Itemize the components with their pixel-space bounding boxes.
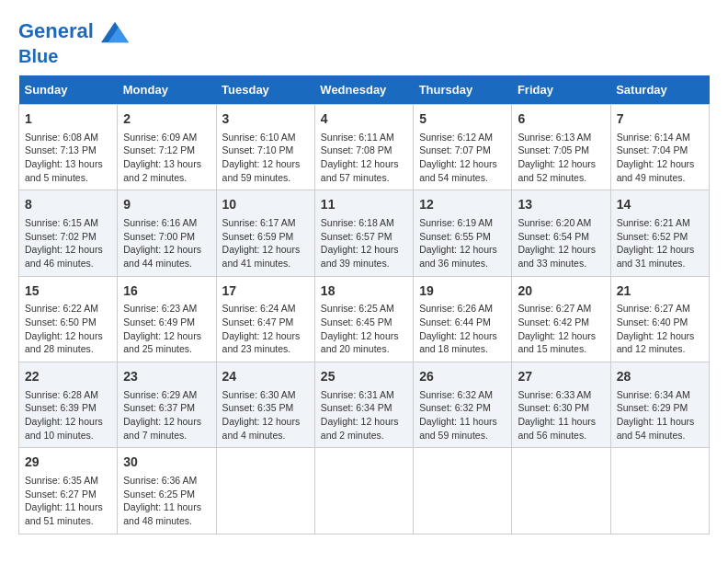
week-row-2: 8Sunrise: 6:15 AMSunset: 7:02 PMDaylight… [19, 190, 710, 276]
day-info: Sunset: 6:50 PM [25, 316, 111, 329]
day-info: Daylight: 12 hours [617, 243, 703, 257]
day-info: Daylight: 12 hours [222, 415, 309, 429]
logo-text: General [18, 18, 129, 46]
day-number: 22 [25, 368, 111, 386]
day-info: Sunset: 6:25 PM [123, 488, 210, 501]
day-info: and 51 minutes. [25, 514, 111, 528]
day-number: 7 [617, 110, 703, 129]
day-info: and 31 minutes. [617, 257, 703, 270]
day-info: Daylight: 12 hours [321, 157, 407, 171]
day-info: Daylight: 12 hours [222, 157, 309, 171]
day-info: Sunset: 6:42 PM [518, 316, 604, 329]
day-info: Sunrise: 6:23 AM [123, 302, 210, 316]
day-info: Sunset: 6:30 PM [518, 401, 604, 415]
day-info: Daylight: 12 hours [123, 329, 210, 343]
calendar-cell: 2Sunrise: 6:09 AMSunset: 7:12 PMDaylight… [118, 105, 216, 190]
day-info: Daylight: 12 hours [617, 329, 703, 343]
day-info: Daylight: 12 hours [222, 243, 309, 257]
col-header-saturday: Saturday [610, 75, 709, 105]
col-header-friday: Friday [512, 75, 610, 105]
day-info: Sunrise: 6:27 AM [617, 302, 703, 316]
day-info: Daylight: 12 hours [419, 329, 506, 343]
day-info: Sunrise: 6:28 AM [25, 388, 111, 402]
day-info: Sunset: 7:00 PM [123, 230, 210, 244]
calendar-cell: 14Sunrise: 6:21 AMSunset: 6:52 PMDayligh… [610, 190, 709, 276]
day-info: Sunrise: 6:30 AM [222, 388, 309, 402]
day-info: Sunrise: 6:35 AM [25, 474, 111, 488]
day-number: 3 [222, 110, 309, 129]
day-info: Sunrise: 6:21 AM [617, 216, 703, 230]
day-info: Sunrise: 6:25 AM [321, 302, 407, 316]
day-number: 15 [25, 282, 111, 301]
day-info: Sunset: 6:55 PM [419, 230, 506, 244]
day-info: and 12 minutes. [617, 342, 703, 356]
day-info: Sunrise: 6:31 AM [321, 388, 407, 402]
day-number: 6 [518, 110, 604, 129]
week-row-1: 1Sunrise: 6:08 AMSunset: 7:13 PMDaylight… [19, 105, 710, 190]
day-info: Daylight: 12 hours [321, 329, 407, 343]
day-number: 12 [419, 196, 506, 214]
day-info: Sunset: 6:39 PM [25, 401, 111, 415]
day-number: 16 [123, 282, 210, 301]
col-header-monday: Monday [118, 75, 216, 105]
logo: General Blue [18, 18, 129, 66]
col-header-sunday: Sunday [19, 75, 118, 105]
day-number: 13 [518, 196, 604, 214]
day-info: and 4 minutes. [222, 429, 309, 442]
day-info: Sunrise: 6:26 AM [419, 302, 506, 316]
day-info: Sunset: 6:32 PM [419, 401, 506, 415]
day-info: Sunset: 7:10 PM [222, 144, 309, 157]
day-info: Sunrise: 6:29 AM [123, 388, 210, 402]
day-info: and 33 minutes. [518, 257, 604, 270]
calendar-cell [610, 448, 709, 534]
day-info: and 59 minutes. [419, 429, 506, 442]
day-info: Sunrise: 6:18 AM [321, 216, 407, 230]
day-info: and 2 minutes. [321, 429, 407, 442]
day-info: Daylight: 12 hours [25, 415, 111, 429]
day-info: and 46 minutes. [25, 257, 111, 270]
calendar-cell: 9Sunrise: 6:16 AMSunset: 7:00 PMDaylight… [118, 190, 216, 276]
day-info: Sunrise: 6:16 AM [123, 216, 210, 230]
day-info: Daylight: 11 hours [617, 415, 703, 429]
day-number: 23 [123, 368, 210, 386]
calendar-cell: 26Sunrise: 6:32 AMSunset: 6:32 PMDayligh… [414, 362, 512, 448]
day-number: 14 [617, 196, 703, 214]
day-info: Sunrise: 6:11 AM [321, 131, 407, 144]
day-info: and 36 minutes. [419, 257, 506, 270]
calendar-cell: 23Sunrise: 6:29 AMSunset: 6:37 PMDayligh… [118, 362, 216, 448]
day-number: 30 [123, 454, 210, 472]
calendar-cell: 24Sunrise: 6:30 AMSunset: 6:35 PMDayligh… [216, 362, 314, 448]
day-number: 28 [617, 368, 703, 386]
day-info: Sunrise: 6:22 AM [25, 302, 111, 316]
day-info: Sunrise: 6:24 AM [222, 302, 309, 316]
header: General Blue [18, 18, 710, 66]
day-number: 26 [419, 368, 506, 386]
day-info: and 57 minutes. [321, 171, 407, 185]
day-info: and 49 minutes. [617, 171, 703, 185]
day-info: Daylight: 12 hours [419, 157, 506, 171]
day-info: Sunset: 6:29 PM [617, 401, 703, 415]
day-info: Sunset: 7:02 PM [25, 230, 111, 244]
calendar-cell: 25Sunrise: 6:31 AMSunset: 6:34 PMDayligh… [314, 362, 413, 448]
day-number: 11 [321, 196, 407, 214]
day-number: 1 [25, 110, 111, 129]
day-number: 25 [321, 368, 407, 386]
day-info: Sunrise: 6:10 AM [222, 131, 309, 144]
day-info: Daylight: 12 hours [321, 415, 407, 429]
day-number: 10 [222, 196, 309, 214]
day-info: Daylight: 12 hours [518, 157, 604, 171]
day-info: Daylight: 12 hours [25, 243, 111, 257]
day-info: Sunset: 6:54 PM [518, 230, 604, 244]
calendar-cell: 30Sunrise: 6:36 AMSunset: 6:25 PMDayligh… [118, 448, 216, 534]
day-info: Sunset: 6:35 PM [222, 401, 309, 415]
day-info: and 7 minutes. [123, 429, 210, 442]
day-number: 29 [25, 454, 111, 472]
day-info: Sunset: 6:27 PM [25, 488, 111, 501]
day-number: 18 [321, 282, 407, 301]
day-info: Sunset: 6:34 PM [321, 401, 407, 415]
day-info: Sunset: 6:47 PM [222, 316, 309, 329]
day-info: Daylight: 12 hours [25, 329, 111, 343]
day-info: Daylight: 11 hours [518, 415, 604, 429]
day-info: Sunrise: 6:08 AM [25, 131, 111, 144]
day-number: 4 [321, 110, 407, 129]
